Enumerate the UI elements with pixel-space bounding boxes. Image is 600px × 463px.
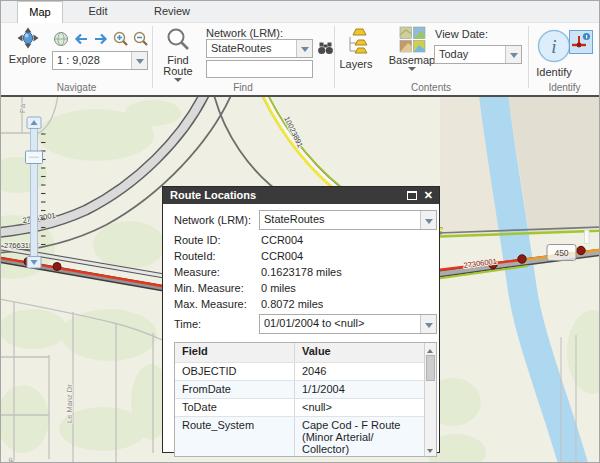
attributes-table: Field Value OBJECTID 2046 FromDate 1/1/2… (174, 342, 437, 457)
close-icon[interactable] (424, 187, 433, 204)
route-locations-dialog: Route Locations Network (LRM): StateRout… (162, 186, 440, 453)
table-row[interactable]: ToDate <null> (175, 398, 424, 416)
network-lrm-label: Network (LRM): (174, 212, 259, 228)
max-measure-label: Max. Measure: (174, 296, 261, 312)
full-extent-icon[interactable] (52, 30, 70, 48)
dialog-network-value: StateRoutes (260, 211, 420, 229)
field-row: Min. Measure: 0 miles (174, 280, 438, 296)
dialog-title-bar[interactable]: Route Locations (163, 187, 439, 204)
map-scale-value: 1 : 9,028 (53, 52, 131, 69)
group-label-navigate: Navigate (1, 82, 152, 93)
svg-text:i: i (551, 36, 556, 57)
field-row: Measure: 0.1623178 miles (174, 264, 438, 280)
group-navigate: Explore (1, 23, 152, 94)
measure-value: 0.1623178 miles (261, 264, 438, 280)
zoom-out-icon[interactable] (132, 30, 150, 48)
table-header-row: Field Value (175, 343, 424, 362)
map-scale-combo[interactable]: 1 : 9,028 (52, 51, 148, 70)
layers-button[interactable]: Layers (335, 28, 377, 70)
ribbon-body: Explore (1, 23, 599, 94)
group-find: Find Route Network (LRM): StateRoutes (152, 23, 334, 94)
find-route-input[interactable] (206, 60, 313, 78)
table-row[interactable]: FromDate 1/1/2004 (175, 380, 424, 398)
value-column-header: Value (295, 343, 424, 362)
map-view[interactable]: 450 10023891 27663001 276631DT 27306001 … (1, 97, 600, 463)
time-label: Time: (174, 316, 259, 332)
shield-label: 450 (554, 248, 568, 258)
tab-edit[interactable]: Edit (63, 1, 133, 23)
explore-pan-icon (17, 39, 39, 51)
scrollbar-thumb[interactable] (426, 355, 435, 381)
next-extent-icon[interactable] (92, 30, 110, 48)
ribbon-tab-bar: Map Edit Review (1, 1, 599, 23)
application-window: Map Edit Review (0, 0, 600, 463)
route-id-value: CCR004 (261, 232, 438, 248)
zoom-in-icon[interactable] (112, 30, 130, 48)
identify-info-icon: i (536, 54, 572, 66)
find-route-button[interactable]: Find Route (156, 27, 200, 88)
street-label: P (7, 457, 16, 462)
chevron-down-icon (408, 67, 416, 75)
find-route-label-line2: Route (156, 66, 200, 77)
min-measure-value: 0 miles (261, 280, 438, 296)
binoculars-icon[interactable] (317, 40, 334, 57)
group-label-find: Find (152, 82, 334, 93)
view-date-combo[interactable]: Today (434, 45, 522, 64)
max-measure-value: 0.8072 miles (261, 296, 438, 312)
route-id-label: Route ID: (174, 232, 261, 248)
min-measure-label: Min. Measure: (174, 280, 261, 296)
tab-map[interactable]: Map (17, 1, 63, 23)
field-row: RouteId: CCR004 (174, 248, 438, 264)
basemap-label: Basemap (388, 55, 436, 66)
network-lrm-value: StateRoutes (207, 40, 296, 57)
identify-route-locations-tool[interactable] (569, 30, 593, 54)
time-value: 01/01/2004 to <null> (260, 315, 420, 333)
explore-button[interactable]: Explore (5, 27, 50, 65)
scroll-up-icon[interactable] (425, 343, 436, 354)
street-label: Pa (18, 103, 27, 113)
basemap-button[interactable]: Basemap (388, 26, 436, 77)
network-lrm-label: Network (LRM): (206, 27, 283, 39)
chevron-down-icon[interactable] (296, 40, 312, 57)
route-shield-450: 450 (547, 245, 576, 261)
chevron-down-icon[interactable] (420, 211, 436, 229)
group-contents: Layers (334, 23, 528, 94)
table-scrollbar[interactable] (424, 343, 436, 456)
table-row[interactable]: OBJECTID 2046 (175, 362, 424, 380)
layers-label: Layers (335, 58, 377, 70)
group-label-identify: Identify (528, 82, 600, 93)
routeid-value: CCR004 (261, 248, 438, 264)
measure-label: Measure: (174, 264, 261, 280)
view-date-label: View Date: (435, 28, 488, 40)
maximize-icon[interactable] (407, 191, 417, 200)
routeid-label: RouteId: (174, 248, 261, 264)
network-lrm-combo[interactable]: StateRoutes (206, 39, 313, 58)
chevron-down-icon[interactable] (131, 52, 147, 69)
layers-icon (342, 46, 370, 58)
street-label: Le Manz Dr (65, 384, 74, 423)
tab-review[interactable]: Review (133, 1, 211, 23)
group-label-contents: Contents (334, 82, 528, 93)
field-row: Route ID: CCR004 (174, 232, 438, 248)
field-column-header: Field (175, 343, 295, 362)
identify-label: Identify (531, 66, 577, 78)
dialog-network-combo[interactable]: StateRoutes (259, 210, 437, 230)
group-identify: i Identify Identify (528, 23, 600, 94)
explore-label: Explore (5, 53, 50, 65)
time-combo[interactable]: 01/01/2004 to <null> (259, 314, 437, 334)
previous-extent-icon[interactable] (72, 30, 90, 48)
bridge-marker (585, 230, 590, 244)
dialog-body: Network (LRM): StateRoutes Route ID: CCR… (163, 204, 439, 457)
chevron-down-icon[interactable] (505, 46, 521, 63)
field-row: Max. Measure: 0.8072 miles (174, 296, 438, 312)
table-row[interactable]: Route_System Cape Cod - F Route (Minor A… (175, 416, 424, 456)
view-date-value: Today (435, 46, 505, 63)
zoom-slider-track[interactable] (31, 128, 38, 257)
dialog-title: Route Locations (170, 187, 407, 204)
chevron-down-icon[interactable] (420, 315, 436, 333)
scroll-down-icon[interactable] (425, 445, 436, 456)
ribbon: Map Edit Review (1, 1, 599, 97)
